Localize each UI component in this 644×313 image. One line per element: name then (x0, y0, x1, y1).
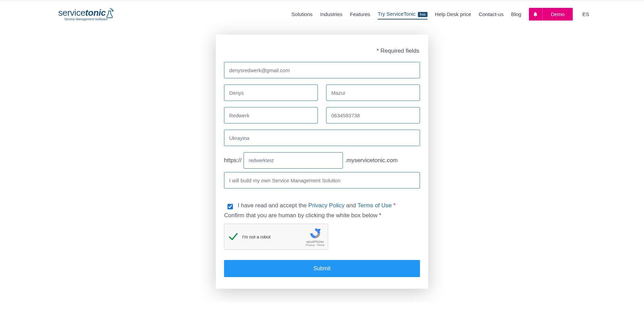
signup-form: * Required fields Ukrayina https:// .mys… (216, 35, 428, 289)
nav-contact[interactable]: Contact-us (479, 9, 504, 19)
nav-features[interactable]: Features (350, 9, 370, 19)
url-row: https:// .myservicetonic.com (224, 152, 420, 169)
nav-blog[interactable]: Blog (511, 9, 521, 19)
recaptcha-label: I'm not a robot (242, 234, 271, 239)
consent-checkbox[interactable] (227, 204, 233, 209)
company-field[interactable] (224, 107, 318, 123)
logo[interactable]: servicetonic Service Management Software (58, 8, 114, 21)
email-field[interactable] (224, 62, 420, 78)
svg-point-0 (110, 8, 111, 9)
svg-point-1 (111, 8, 112, 10)
nav-try-label: Try ServiceTonic (378, 11, 416, 17)
nav-industries[interactable]: Industries (320, 9, 343, 19)
lang-switch[interactable]: ES (582, 11, 589, 17)
terms-link[interactable]: Terms of Use (357, 202, 392, 209)
demo-group: Demo (529, 8, 573, 21)
url-suffix: .myservicetonic.com (345, 157, 398, 164)
main-nav: Solutions Industries Features Try Servic… (292, 8, 589, 21)
logo-text-a: service (58, 8, 85, 18)
logo-text-b: tonic (85, 8, 106, 18)
bell-icon[interactable] (529, 8, 543, 21)
plan-select[interactable]: I will build my own Service Management S… (224, 172, 420, 188)
subdomain-field[interactable] (244, 152, 343, 169)
firstname-field[interactable] (224, 84, 318, 101)
nav-try[interactable]: Try ServiceTonic free (378, 9, 428, 19)
country-select[interactable]: Ukrayina (224, 130, 420, 146)
flask-icon (106, 8, 114, 18)
free-badge: free (418, 12, 427, 17)
nav-helpdesk[interactable]: Help Desk price (435, 9, 471, 19)
required-note: * Required fields (224, 48, 420, 54)
lastname-field[interactable] (326, 84, 420, 101)
demo-button[interactable]: Demo (543, 8, 573, 21)
captcha-note: Confirm that you are human by clicking t… (224, 212, 420, 219)
recaptcha-widget[interactable]: I'm not a robot reCAPTCHA Privacy - Term… (224, 224, 328, 250)
privacy-link[interactable]: Privacy Policy (308, 202, 345, 209)
checkmark-icon (228, 232, 238, 242)
nav-solutions[interactable]: Solutions (292, 9, 313, 19)
submit-button[interactable]: Submit (224, 260, 420, 277)
svg-point-2 (112, 10, 114, 11)
url-prefix: https:// (224, 157, 242, 164)
consent-text: I have read and accept the Privacy Polic… (238, 202, 396, 209)
phone-field[interactable] (326, 107, 420, 123)
recaptcha-brand: reCAPTCHA Privacy - Terms (306, 227, 324, 247)
header: servicetonic Service Management Software… (0, 1, 644, 24)
